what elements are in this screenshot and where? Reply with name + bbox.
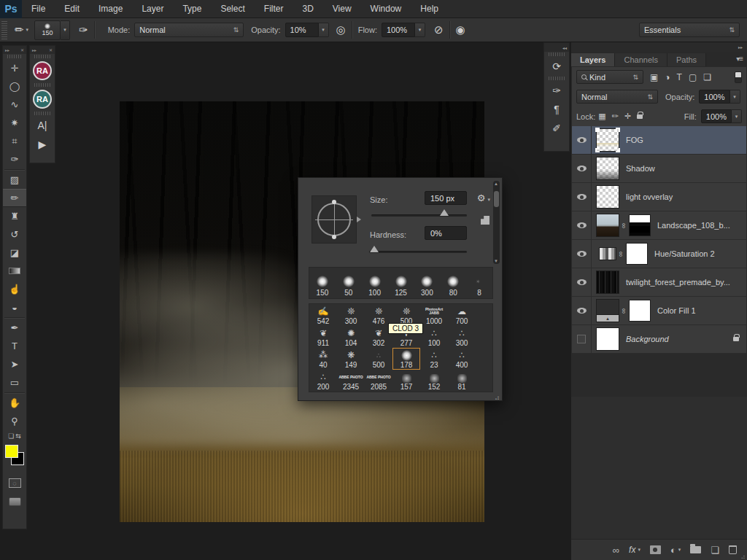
menu-image[interactable]: Image bbox=[89, 0, 132, 18]
brush-cell[interactable]: ✍542 bbox=[309, 304, 337, 326]
menu-filter[interactable]: Filter bbox=[255, 0, 293, 18]
brush-presets-panel-button[interactable]: ✑ bbox=[544, 81, 569, 100]
brush-cell[interactable]: ❊300 bbox=[337, 304, 365, 326]
tablet-opacity-icon[interactable]: ◎ bbox=[336, 23, 346, 36]
scroll-up-icon[interactable]: ▲ bbox=[494, 182, 498, 186]
layer-mask-thumbnail[interactable] bbox=[626, 243, 648, 265]
layer-name[interactable]: Color Fill 1 bbox=[657, 306, 696, 315]
lock-position-icon[interactable]: ✛ bbox=[624, 112, 631, 121]
zoom-tool[interactable]: ⚲ bbox=[3, 412, 26, 430]
panel-grip[interactable] bbox=[34, 83, 50, 87]
menu-3d[interactable]: 3D bbox=[293, 0, 322, 18]
foreground-color-swatch[interactable] bbox=[5, 445, 18, 458]
visibility-cell[interactable] bbox=[572, 183, 592, 211]
lasso-tool[interactable]: ∿ bbox=[3, 96, 26, 114]
brush-cell[interactable]: ✺104 bbox=[337, 326, 365, 348]
brush-cell[interactable]: ∴400 bbox=[448, 348, 476, 370]
brush-cell[interactable]: ∴23 bbox=[420, 348, 448, 370]
layer-row-fog[interactable]: FOG bbox=[572, 126, 746, 155]
collapse-icon[interactable]: ▸▸ bbox=[32, 47, 36, 52]
visibility-cell[interactable] bbox=[572, 211, 592, 239]
filter-pixel-icon[interactable]: ▣ bbox=[650, 72, 658, 82]
layer-opacity-caret[interactable]: ▾ bbox=[730, 90, 740, 104]
visibility-cell[interactable] bbox=[572, 155, 592, 182]
brush-cell[interactable]: ABBE PHOTO2345 bbox=[337, 370, 365, 392]
layer-row-shadow[interactable]: Shadow bbox=[572, 155, 746, 183]
angle-arrow[interactable] bbox=[357, 217, 361, 222]
link-layers-button[interactable]: ∞ bbox=[613, 545, 619, 556]
tools-panel-header[interactable]: ▸▸ ✕ bbox=[3, 46, 26, 54]
layer-blend-mode-dropdown[interactable]: Normal ⇅ bbox=[576, 90, 658, 104]
menu-help[interactable]: Help bbox=[411, 0, 448, 18]
dock-header[interactable]: ◂◂ bbox=[544, 43, 569, 52]
hardness-slider-thumb[interactable] bbox=[370, 246, 379, 252]
ra-badge-red[interactable]: RA bbox=[33, 61, 52, 80]
size-field[interactable]: 150 px bbox=[425, 191, 467, 205]
lock-all-icon[interactable] bbox=[637, 114, 643, 119]
layer-name[interactable]: FOG bbox=[626, 136, 643, 144]
roundness-handle[interactable] bbox=[332, 235, 336, 239]
menu-window[interactable]: Window bbox=[361, 0, 411, 18]
layer-row-light-overlay[interactable]: light ovverlay bbox=[572, 183, 746, 211]
play-item[interactable]: ▶ bbox=[30, 135, 55, 154]
layer-thumbnail[interactable] bbox=[596, 327, 619, 351]
menu-edit[interactable]: Edit bbox=[55, 0, 89, 18]
blend-mode-dropdown[interactable]: Normal ⇅ bbox=[134, 23, 244, 37]
brush-picker-caret[interactable]: ▾ bbox=[61, 20, 70, 40]
crop-tool[interactable]: ⌗ bbox=[3, 132, 26, 150]
brush-tool-icon[interactable]: ✏ bbox=[15, 23, 24, 36]
layer-mask-thumbnail[interactable] bbox=[629, 300, 651, 322]
opacity-caret[interactable]: ▾ bbox=[319, 23, 329, 37]
visibility-cell[interactable] bbox=[572, 268, 592, 296]
tablet-size-icon[interactable]: ◉ bbox=[456, 23, 465, 36]
panel-menu-icon[interactable]: ▾≡ bbox=[736, 55, 743, 63]
brush-cell[interactable]: ∴100 bbox=[420, 326, 448, 348]
move-tool[interactable]: ✛ bbox=[3, 59, 26, 77]
new-layer-button[interactable]: ❏ bbox=[711, 545, 719, 556]
fill-caret[interactable]: ▾ bbox=[732, 109, 742, 123]
visibility-cell[interactable] bbox=[572, 325, 592, 353]
menu-type[interactable]: Type bbox=[173, 0, 211, 18]
link-mask-icon[interactable]: ∞ bbox=[617, 250, 625, 257]
gradient-tool[interactable] bbox=[3, 262, 26, 280]
brush-cell[interactable]: ❦911 bbox=[309, 326, 337, 348]
panel-grip[interactable] bbox=[549, 52, 565, 56]
layer-name[interactable]: twilight_forest_premade_by... bbox=[626, 278, 730, 287]
brush-size-preview[interactable]: 150 bbox=[34, 20, 61, 40]
layer-row-landscape[interactable]: ∞ Landscape_108_b... bbox=[572, 211, 746, 240]
magic-wand-tool[interactable]: ✷ bbox=[3, 114, 26, 132]
delete-layer-button[interactable] bbox=[729, 545, 737, 554]
tab-channels[interactable]: Channels bbox=[615, 53, 667, 66]
brush-cell[interactable]: 157 bbox=[392, 370, 420, 392]
brush-cell[interactable]: ❋149 bbox=[337, 348, 365, 370]
link-mask-icon[interactable]: ∞ bbox=[620, 222, 628, 229]
hardness-slider[interactable] bbox=[369, 251, 467, 253]
tab-paths[interactable]: Paths bbox=[667, 53, 706, 66]
ra-badge-teal[interactable]: RA bbox=[33, 90, 52, 109]
fill-thumbnail[interactable] bbox=[596, 299, 619, 322]
paragraph-panel-button[interactable]: ¶ bbox=[544, 100, 569, 119]
layer-name[interactable]: light ovverlay bbox=[626, 192, 673, 201]
brush-cell[interactable]: ABBE PHOTO2085 bbox=[365, 370, 392, 392]
expand-icon[interactable]: ◂◂ bbox=[562, 45, 567, 50]
dodge-tool[interactable]: ◒ bbox=[3, 298, 26, 316]
tool-preset-caret-icon[interactable]: ▾ bbox=[26, 27, 29, 33]
path-select-tool[interactable]: ➤ bbox=[3, 355, 26, 373]
clone-stamp-tool[interactable]: ♜ bbox=[3, 207, 26, 225]
close-icon[interactable]: ✕ bbox=[49, 47, 53, 52]
popup-resize-grip[interactable]: ⣠ bbox=[495, 392, 500, 400]
menu-layer[interactable]: Layer bbox=[132, 0, 173, 18]
menu-file[interactable]: File bbox=[22, 0, 55, 18]
layer-name[interactable]: Shadow bbox=[626, 164, 655, 173]
adjustment-thumbnail[interactable] bbox=[599, 247, 616, 260]
lock-transparency-icon[interactable]: ▦ bbox=[598, 112, 605, 121]
new-brush-preset-icon[interactable] bbox=[481, 216, 489, 225]
opacity-field[interactable]: 10% bbox=[285, 23, 319, 37]
filter-toggle[interactable] bbox=[735, 71, 742, 83]
filter-type-icon[interactable]: T bbox=[677, 72, 682, 82]
size-slider[interactable] bbox=[371, 214, 467, 217]
brush-cell[interactable]: ∴300 bbox=[448, 326, 476, 348]
layer-row-twilight-forest[interactable]: twilight_forest_premade_by... bbox=[572, 268, 746, 297]
toggle-brush-panel-icon[interactable]: ✑ bbox=[79, 23, 88, 36]
shape-tool[interactable]: ▭ bbox=[3, 373, 26, 392]
